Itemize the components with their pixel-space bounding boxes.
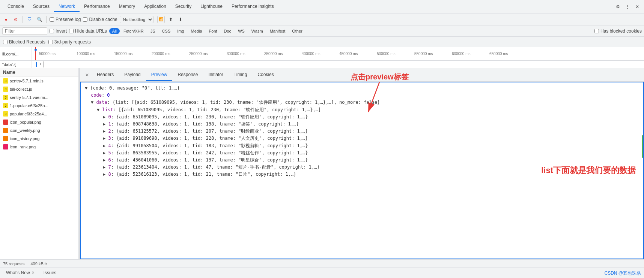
png-icon — [3, 136, 8, 141]
tab-security[interactable]: Security — [171, 1, 196, 12]
preserve-log-label[interactable]: Preserve log — [50, 17, 81, 22]
json-item-1[interactable]: ▶ 1: {aid: 608748638, videos: 1, tid: 13… — [85, 121, 639, 128]
sub-tab-payload[interactable]: Payload — [119, 69, 146, 81]
filter-tag-other[interactable]: Other — [289, 28, 305, 34]
filter-tag-all[interactable]: All — [109, 28, 120, 34]
sub-tab-headers[interactable]: Headers — [92, 69, 119, 81]
json-item-6[interactable]: ▶ 6: {aid: 436041060, videos: 1, tid: 13… — [85, 157, 639, 164]
json-item-4[interactable]: ▶ 4: {aid: 991058504, videos: 1, tid: 18… — [85, 142, 639, 149]
json-toggle-data[interactable]: ▼ — [91, 100, 96, 105]
json-list-line[interactable]: ▼ list: [{aid: 651089095, videos: 1, tid… — [85, 106, 639, 114]
tab-performance[interactable]: Performance — [80, 1, 114, 12]
filter-tag-ws[interactable]: WS — [235, 28, 248, 34]
tab-lighthouse[interactable]: Lighthouse — [196, 1, 227, 12]
tab-application[interactable]: Application — [140, 1, 171, 12]
json-item-text-3: {aid: 991089698, videos: 1, tid: 228, tn… — [116, 136, 308, 141]
download-icon[interactable]: ⬇ — [177, 16, 184, 23]
more-options-icon[interactable]: ⋮ — [624, 3, 631, 10]
json-item-0[interactable]: ▶ 0: {aid: 651089095, videos: 1, tid: 23… — [85, 114, 639, 121]
has-blocked-cookies-checkbox[interactable] — [594, 29, 599, 33]
json-toggle-list[interactable]: ▼ — [97, 107, 102, 112]
list-item[interactable]: J 1.popular.e6f3c25a... — [0, 102, 78, 110]
file-name: popular.e6f3c25a4... — [10, 112, 47, 116]
search-icon[interactable]: 🔍 — [36, 16, 43, 23]
disable-cache-checkbox[interactable] — [83, 17, 87, 22]
tab-sources[interactable]: Sources — [29, 1, 54, 12]
list-item[interactable]: J sentry-5.7.1.vue.mi... — [0, 93, 78, 102]
close-whats-new-icon[interactable]: ✕ — [32, 271, 35, 275]
throttling-select[interactable]: No throttling — [120, 16, 153, 23]
disable-cache-label[interactable]: Disable cache — [83, 17, 117, 22]
filter-tag-js[interactable]: JS — [147, 28, 158, 34]
third-party-label[interactable]: 3rd-party requests — [48, 39, 91, 45]
record-icon[interactable]: ● — [2, 16, 10, 23]
invert-checkbox[interactable] — [50, 29, 54, 33]
json-root-line[interactable]: ▼ {code: 0, message: "0", ttl: 1,…} — [85, 85, 639, 92]
filter-tags: All Fetch/XHR JS CSS Img Media Font Doc … — [109, 28, 305, 34]
json-item-3[interactable]: ▶ 3: {aid: 991089698, videos: 1, tid: 22… — [85, 135, 639, 142]
close-preview-icon[interactable]: ✕ — [83, 72, 92, 78]
invert-label[interactable]: Invert — [50, 28, 67, 34]
tab-network[interactable]: Network — [54, 1, 80, 12]
list-item[interactable]: icon_rank.png — [0, 143, 78, 151]
json-data-line[interactable]: ▼ data: {list: [{aid: 651089095, videos:… — [85, 99, 639, 106]
close-devtools-icon[interactable]: ✕ — [633, 3, 641, 10]
json-index-3: 3 — [108, 136, 111, 141]
tab-performance-insights[interactable]: Performance insights — [227, 1, 278, 12]
json-toggle-0[interactable]: ▶ — [103, 114, 108, 120]
has-blocked-cookies-label[interactable]: Has blocked cookies — [594, 28, 642, 34]
blocked-requests-checkbox[interactable] — [3, 40, 8, 44]
list-item[interactable]: J sentry-5.7.1.min.js — [0, 77, 78, 85]
json-item-text-2: {aid: 651125572, videos: 1, tid: 207, tn… — [116, 129, 308, 134]
json-item-2[interactable]: ▶ 2: {aid: 651125572, videos: 1, tid: 20… — [85, 128, 639, 135]
sub-tab-response[interactable]: Response — [172, 69, 203, 81]
filter-tag-fetch[interactable]: Fetch/XHR — [120, 28, 147, 34]
clear-icon[interactable]: ⊘ — [12, 16, 20, 23]
json-item-5[interactable]: ▶ 5: {aid: 863583955, videos: 1, tid: 24… — [85, 149, 639, 157]
bottom-tab-whats-new[interactable]: What's New ✕ — [2, 269, 39, 278]
filter-input[interactable] — [2, 27, 47, 35]
settings-icon[interactable]: ⚙ — [614, 3, 621, 10]
json-toggle-6[interactable]: ▶ — [103, 157, 108, 163]
filter-icon[interactable]: ⛉ — [26, 16, 33, 23]
json-toggle-1[interactable]: ▶ — [103, 121, 108, 127]
json-index-4: 4 — [108, 143, 111, 148]
sub-tab-initiator[interactable]: Initiator — [203, 69, 228, 81]
timeline-label-150k: 150000 ms — [114, 52, 152, 56]
filter-tag-media[interactable]: Media — [188, 28, 205, 34]
third-party-checkbox[interactable] — [48, 40, 53, 44]
json-toggle-7[interactable]: ▶ — [103, 164, 108, 170]
hide-data-urls-label[interactable]: Hide data URLs — [69, 28, 107, 34]
list-item[interactable]: J bili-collect.js — [0, 85, 78, 93]
blocked-requests-label[interactable]: Blocked Requests — [3, 39, 45, 45]
hide-data-urls-checkbox[interactable] — [69, 29, 74, 33]
sub-tab-preview[interactable]: Preview — [146, 69, 173, 81]
filter-tag-css[interactable]: CSS — [159, 28, 174, 34]
list-item[interactable]: icon_popular.png — [0, 118, 78, 126]
wifi-icon[interactable]: 📶 — [157, 16, 165, 23]
json-toggle[interactable]: ▼ — [85, 85, 90, 91]
json-toggle-4[interactable]: ▶ — [103, 143, 108, 148]
list-item[interactable]: J popular.e6f3c25a4... — [0, 110, 78, 118]
upload-icon[interactable]: ⬆ — [167, 16, 175, 23]
list-item[interactable]: icon_weekly.png — [0, 126, 78, 135]
json-toggle-5[interactable]: ▶ — [103, 150, 108, 155]
filter-row: Invert Hide data URLs All Fetch/XHR JS C… — [0, 25, 644, 37]
filter-tag-font[interactable]: Font — [206, 28, 220, 34]
filter-tag-manifest[interactable]: Manifest — [267, 28, 289, 34]
png-icon — [3, 144, 8, 149]
list-item[interactable]: icon_history.png — [0, 135, 78, 143]
json-item-text-5: {aid: 863583955, videos: 1, tid: 242, tn… — [116, 150, 308, 155]
sub-tab-cookies[interactable]: Cookies — [252, 69, 279, 81]
preserve-log-checkbox[interactable] — [50, 17, 54, 22]
filter-tag-wasm[interactable]: Wasm — [248, 28, 266, 34]
json-toggle-3[interactable]: ▶ — [103, 136, 108, 141]
bottom-tab-issues[interactable]: Issues — [39, 269, 61, 278]
filter-tag-doc[interactable]: Doc — [221, 28, 235, 34]
filter-tag-img[interactable]: Img — [174, 28, 187, 34]
tab-console[interactable]: Console — [3, 1, 29, 12]
json-toggle-8[interactable]: ▶ — [103, 172, 108, 177]
sub-tab-timing[interactable]: Timing — [229, 69, 253, 81]
json-toggle-2[interactable]: ▶ — [103, 129, 108, 134]
tab-memory[interactable]: Memory — [114, 1, 140, 12]
